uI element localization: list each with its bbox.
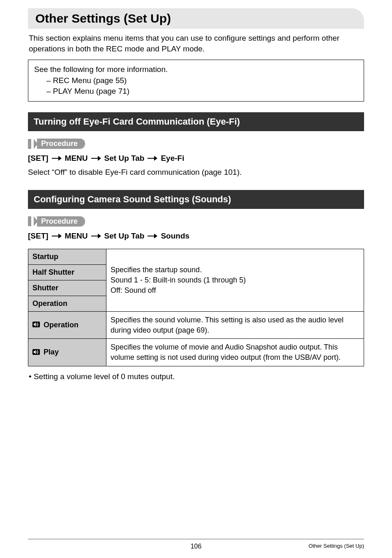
footer-section-label: Other Settings (Set Up) xyxy=(309,543,364,549)
cell-vol-play: Specifies the volume of movie and Audio … xyxy=(106,339,364,366)
cell-vol-operation: Specifies the sound volume. This setting… xyxy=(106,311,364,339)
row-label-shutter: Shutter xyxy=(28,280,106,296)
row-label-vol-play: Play xyxy=(28,339,106,366)
info-box-lead: See the following for more information. xyxy=(34,64,358,75)
breadcrumb-item: MENU xyxy=(65,232,88,241)
breadcrumb-item: Eye-Fi xyxy=(161,154,184,163)
procedure-pill: Procedure xyxy=(37,139,85,149)
arrow-right-icon xyxy=(52,156,62,161)
desc-line: Specifies the startup sound. xyxy=(111,265,360,275)
arrow-right-icon xyxy=(52,234,62,238)
page-footer: 106 Other Settings (Set Up) xyxy=(28,539,364,549)
desc-line: Sound 1 - 5: Built-in sounds (1 through … xyxy=(111,275,360,285)
procedure-pill: Procedure xyxy=(37,216,85,227)
row-label-startup: Startup xyxy=(28,249,106,264)
table-row: Play Specifies the volume of movie and A… xyxy=(28,339,364,366)
table-row: Operation Specifies the sound volume. Th… xyxy=(28,311,364,339)
footer-divider xyxy=(28,539,364,539)
row-label-half-shutter: Half Shutter xyxy=(28,264,106,280)
breadcrumb-eyefi: [SET] MENU Set Up Tab Eye-Fi xyxy=(28,154,364,163)
row-label-operation: Operation xyxy=(28,296,106,311)
page-title-tab: Other Settings (Set Up) xyxy=(28,8,364,29)
row-label-text: Operation xyxy=(44,321,78,329)
cell-sound-spec: Specifies the startup sound. Sound 1 - 5… xyxy=(106,249,364,311)
speaker-icon xyxy=(32,348,40,357)
section-heading-eyefi: Turning off Eye-Fi Card Communication (E… xyxy=(28,112,364,131)
intro-paragraph: This section explains menu items that yo… xyxy=(28,33,364,54)
breadcrumb-item: Sounds xyxy=(161,232,189,241)
breadcrumb-item: MENU xyxy=(65,154,88,163)
info-box-item: REC Menu (page 55) xyxy=(46,75,358,86)
row-label-vol-operation: Operation xyxy=(28,311,106,339)
section-body-eyefi: Select “Off” to disable Eye-Fi card comm… xyxy=(28,167,364,178)
arrow-right-icon xyxy=(91,156,101,161)
sounds-table: Startup Specifies the startup sound. Sou… xyxy=(28,249,364,366)
speaker-icon xyxy=(32,321,40,329)
row-label-text: Play xyxy=(44,348,59,356)
table-row: Startup Specifies the startup sound. Sou… xyxy=(28,249,364,264)
breadcrumb-sounds: [SET] MENU Set Up Tab Sounds xyxy=(28,232,364,241)
page-number: 106 xyxy=(191,543,202,550)
procedure-label-wrap: Procedure xyxy=(28,216,364,227)
svg-rect-2 xyxy=(32,349,40,355)
procedure-label-wrap: Procedure xyxy=(28,139,364,149)
procedure-bar-icon xyxy=(28,139,31,149)
arrow-right-icon xyxy=(91,234,101,238)
procedure-bar-icon xyxy=(28,216,31,226)
chevron-right-icon xyxy=(34,139,38,149)
info-box: See the following for more information. … xyxy=(28,60,364,102)
page-title: Other Settings (Set Up) xyxy=(35,12,364,25)
info-box-item: PLAY Menu (page 71) xyxy=(46,86,358,97)
breadcrumb-item: [SET] xyxy=(28,154,48,163)
breadcrumb-item: [SET] xyxy=(28,232,48,241)
arrow-right-icon xyxy=(148,234,157,238)
breadcrumb-item: Set Up Tab xyxy=(104,232,145,241)
desc-line: Off: Sound off xyxy=(111,285,360,296)
note-bullet: Setting a volume level of 0 mutes output… xyxy=(28,372,364,381)
arrow-right-icon xyxy=(148,156,157,161)
breadcrumb-item: Set Up Tab xyxy=(104,154,145,163)
section-heading-sounds: Configuring Camera Sound Settings (Sound… xyxy=(28,190,364,209)
svg-rect-0 xyxy=(32,322,40,327)
chevron-right-icon xyxy=(34,216,38,226)
